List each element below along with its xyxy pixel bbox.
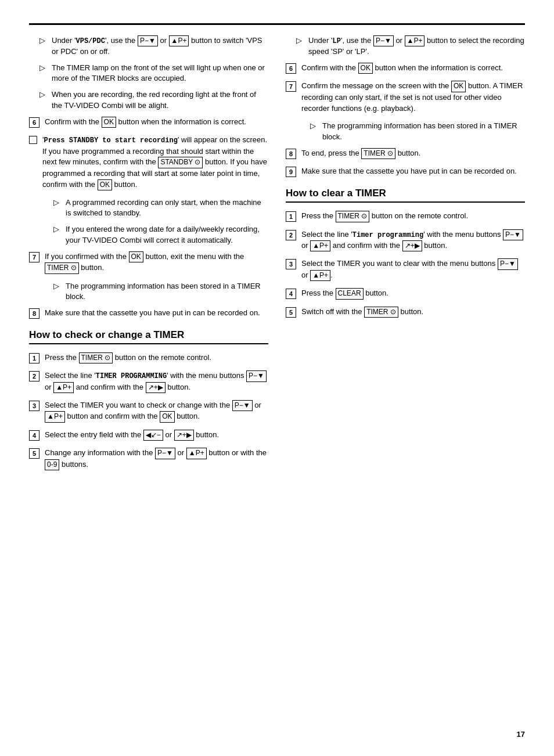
right-number-9: 9 [286,167,296,177]
item7-sub-bullets: ▷ The programming information has been s… [43,281,268,302]
clear-item-1: 1 Press the TIMER ⊙ button on the remote… [286,211,525,222]
arrow-icon: ▷ [53,198,62,207]
check-item-4-text: Select the entry field with the ◀↙− or ↗… [45,430,268,441]
bullet-recording-light-text: When you are recording, the red recordin… [52,89,268,110]
check-item-1: 1 Press the TIMER ⊙ button on the remote… [29,352,268,363]
arrow-icon: ▷ [296,36,304,45]
clear-item-4-text: Press the CLEAR button. [301,288,525,299]
right-item-9: 9 Make sure that the cassette you have p… [286,166,525,177]
section-clear-title: How to clear a TIMER [286,188,525,203]
check-item-2: 2 Select the line 'TIMER PROGRAMMING' wi… [29,370,268,393]
clear-number-2: 2 [286,230,296,240]
right-number-7: 7 [286,81,296,92]
arrow-icon: ▷ [39,36,48,45]
right-column: ▷ Under 'LP', use the P−▼ or ▲P+ button … [286,35,525,477]
check-item-4: 4 Select the entry field with the ◀↙− or… [29,430,268,441]
clear-item-3-text: Select the TIMER you want to clear with … [301,258,525,281]
right-sub-bullet-prog-info-text: The programming information has been sto… [322,121,525,142]
sub-bullet-standby-only: ▷ A programmed recording can only start,… [53,197,268,218]
arrow-icon: ▷ [39,90,48,99]
check-item-1-text: Press the TIMER ⊙ button on the remote c… [45,352,268,363]
sub-bullet-wrong-date: ▷ If you entered the wrong date for a da… [53,224,268,245]
checkbox-sub-bullets: ▷ A programmed recording can only start,… [43,197,268,246]
clear-number-1: 1 [286,211,296,222]
clear-item-4: 4 Press the CLEAR button. [286,288,525,299]
sub-bullet-prog-info: ▷ The programming information has been s… [53,281,268,302]
bullet-recording-light: ▷ When you are recording, the red record… [39,89,268,110]
left-item-8-text: Make sure that the cassette you have put… [45,308,268,319]
number-6: 6 [29,117,39,128]
checkbox-icon [29,136,37,144]
checkbox-standby: 'Press STANDBY to start recording' will … [29,135,268,190]
bullet-lp: ▷ Under 'LP', use the P−▼ or ▲P+ button … [296,35,525,57]
bullet-vps-pdc: ▷ Under 'VPS/PDC', use the P−▼ or ▲P+ bu… [39,35,268,57]
arrow-icon: ▷ [53,225,62,233]
number-8: 8 [29,308,39,319]
left-item-8: 8 Make sure that the cassette you have p… [29,308,268,319]
check-item-3-text: Select the TIMER you want to check or ch… [45,400,268,423]
clear-number-4: 4 [286,289,296,299]
two-column-layout: ▷ Under 'VPS/PDC', use the P−▼ or ▲P+ bu… [29,35,525,477]
right-number-8: 8 [286,149,296,159]
right-item-7: 7 Confirm the message on the screen with… [286,81,525,114]
left-item-7: 7 If you confirmed with the OK button, e… [29,251,268,274]
page: ▷ Under 'VPS/PDC', use the P−▼ or ▲P+ bu… [0,0,554,756]
left-column: ▷ Under 'VPS/PDC', use the P−▼ or ▲P+ bu… [29,35,268,477]
top-rule [29,23,525,25]
right-item-6: 6 Confirm with the OK button when the in… [286,63,525,74]
bullet-lp-text: Under 'LP', use the P−▼ or ▲P+ button to… [308,35,525,57]
check-number-2: 2 [29,371,39,381]
arrow-icon: ▷ [39,63,48,72]
right-item-8: 8 To end, press the TIMER ⊙ button. [286,148,525,159]
sub-bullet-wrong-date-text: If you entered the wrong date for a dail… [66,224,268,245]
right-item-7-text: Confirm the message on the screen with t… [301,81,525,114]
right-sub-bullet-prog-info: ▷ The programming information has been s… [310,121,525,142]
sub-bullet-standby-only-text: A programmed recording can only start, w… [66,197,268,218]
clear-item-5-text: Switch off with the TIMER ⊙ button. [301,307,525,318]
clear-item-1-text: Press the TIMER ⊙ button on the remote c… [301,211,525,222]
right-item7-sub-bullets: ▷ The programming information has been s… [300,121,525,142]
right-item-8-text: To end, press the TIMER ⊙ button. [301,148,525,159]
check-number-1: 1 [29,353,39,363]
sub-bullet-prog-info-text: The programming information has been sto… [66,281,268,302]
clear-number-3: 3 [286,259,296,269]
checkbox-standby-text: 'Press STANDBY to start recording' will … [42,135,268,190]
left-item-6: 6 Confirm with the OK button when the in… [29,117,268,128]
clear-number-5: 5 [286,307,296,318]
right-number-6: 6 [286,63,296,74]
right-item-9-text: Make sure that the cassette you have put… [301,166,525,177]
bullet-vps-pdc-text: Under 'VPS/PDC', use the P−▼ or ▲P+ butt… [52,35,268,57]
right-item-6-text: Confirm with the OK button when the info… [301,63,525,74]
check-number-3: 3 [29,401,39,411]
number-7: 7 [29,252,39,262]
left-item-7-text: If you confirmed with the OK button, exi… [45,251,268,274]
check-number-5: 5 [29,448,39,459]
check-number-4: 4 [29,430,39,441]
clear-item-3: 3 Select the TIMER you want to clear wit… [286,258,525,281]
left-item-6-text: Confirm with the OK button when the info… [45,117,268,128]
clear-item-2: 2 Select the line 'Timer programming' wi… [286,229,525,252]
bullet-timer-lamp-text: The TIMER lamp on the front of the set w… [52,63,268,84]
arrow-icon: ▷ [53,282,62,290]
check-item-3: 3 Select the TIMER you want to check or … [29,400,268,423]
check-item-5-text: Change any information with the P−▼ or ▲… [45,448,268,470]
check-item-2-text: Select the line 'TIMER PROGRAMMING' with… [45,370,268,393]
arrow-icon: ▷ [310,121,318,130]
bullet-timer-lamp: ▷ The TIMER lamp on the front of the set… [39,63,268,84]
clear-item-5: 5 Switch off with the TIMER ⊙ button. [286,307,525,318]
section-check-title: How to check or change a TIMER [29,329,268,344]
page-number: 17 [517,730,525,739]
check-item-5: 5 Change any information with the P−▼ or… [29,448,268,470]
clear-item-2-text: Select the line 'Timer programming' with… [301,229,525,252]
